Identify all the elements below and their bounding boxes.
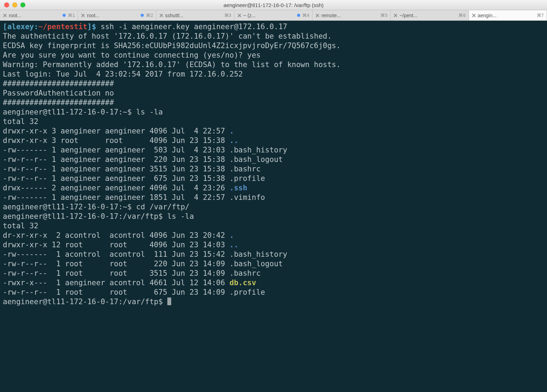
remote-prompt: aengineer@tl11-172-16-0-17:~$ — [3, 108, 136, 116]
titlebar: aengineer@tl11-172-16-0-17: /var/ftp (ss… — [0, 0, 547, 10]
ls-name: db.csv — [230, 279, 256, 287]
terminal-line: -rw-r--r-- 1 aengineer aengineer 675 Jun… — [3, 174, 544, 183]
tab-3[interactable]: sshuttl...⌘3 — [156, 10, 234, 20]
ls-name: .bashrc — [230, 165, 261, 173]
close-icon[interactable] — [4, 2, 9, 7]
tab-label: ~ (z... — [243, 13, 296, 18]
terminal-line: aengineer@tl11-172-16-0-17:/var/ftp$ ls … — [3, 212, 544, 221]
tabbar: root...⌘1root...⌘2sshuttl...⌘3~ (z...⌘4r… — [0, 10, 547, 21]
terminal-line: total 32 — [3, 117, 544, 126]
tab-label: root... — [9, 13, 61, 18]
tab-7[interactable]: aengin...⌘7 — [469, 10, 547, 20]
terminal-line: -rw-r--r-- 1 root root 3515 Jun 23 14:09… — [3, 269, 544, 278]
terminal-line: dr-xr-xr-x 2 acontrol acontrol 4096 Jun … — [3, 231, 544, 240]
tab-label: ~/pent... — [399, 13, 457, 18]
tab-5[interactable]: remote...⌘5 — [313, 10, 391, 20]
prompt-open: [ — [3, 22, 7, 31]
tab-2[interactable]: root...⌘2 — [78, 10, 156, 20]
terminal-line: aengineer@tl11-172-16-0-17:~$ cd /var/ft… — [3, 202, 544, 212]
tab-shortcut: ⌘2 — [141, 13, 153, 18]
ls-name: .bash_history — [230, 250, 287, 259]
terminal-line: ECDSA key fingerprint is SHA256:eCUUbPi9… — [3, 41, 544, 51]
dirty-dot-icon — [63, 14, 66, 17]
tab-shortcut: ⌘7 — [537, 13, 544, 18]
terminal-line: drwx------ 2 aengineer aengineer 4096 Ju… — [3, 183, 544, 193]
tab-4[interactable]: ~ (z...⌘4 — [234, 10, 313, 20]
dirty-dot-icon — [297, 14, 300, 17]
prompt-path: ~/pentestit — [38, 22, 87, 31]
terminal-line: -rw------- 1 acontrol acontrol 111 Jun 2… — [3, 250, 544, 259]
shell-command: ls -la — [167, 212, 194, 221]
terminal-line: drwxr-xr-x 3 root root 4096 Jun 23 15:38… — [3, 136, 544, 145]
terminal-line: -rw-r--r-- 1 root root 220 Jun 23 14:09 … — [3, 259, 544, 269]
terminal-line: Last login: Tue Jul 4 23:02:54 2017 from… — [3, 70, 544, 79]
terminal-line: ######################### — [3, 79, 544, 89]
close-tab-icon[interactable] — [159, 13, 163, 18]
window-title: aengineer@tl11-172-16-0-17: /var/ftp (ss… — [0, 2, 547, 8]
tab-label: aengin... — [478, 13, 535, 18]
terminal-line: aengineer@tl11-172-16-0-17:/var/ftp$ — [3, 297, 544, 307]
terminal-line: drwxr-xr-x 3 aengineer aengineer 4096 Ju… — [3, 126, 544, 136]
terminal-line: Are you sure you want to continue connec… — [3, 51, 544, 60]
close-tab-icon[interactable] — [81, 13, 85, 18]
terminal[interactable]: [alexey:~/pentestit]$ ssh -i aengineer.k… — [0, 21, 547, 308]
terminal-line: -rw-r--r-- 1 aengineer aengineer 3515 Ju… — [3, 164, 544, 174]
terminal-line: ######################### — [3, 98, 544, 107]
window-controls — [0, 2, 25, 7]
close-tab-icon[interactable] — [315, 13, 320, 18]
close-tab-icon[interactable] — [237, 13, 242, 18]
terminal-line: -rw------- 1 aengineer aengineer 503 Jul… — [3, 145, 544, 155]
terminal-line: -rw-r--r-- 1 aengineer aengineer 220 Jun… — [3, 155, 544, 164]
ls-name: .. — [230, 136, 238, 145]
ls-name: .ssh — [230, 184, 247, 192]
ls-name: .bashrc — [230, 269, 261, 277]
dirty-dot-icon — [141, 14, 144, 17]
ls-name: .profile — [230, 288, 265, 296]
terminal-line: Warning: Permanently added '172.16.0.17'… — [3, 60, 544, 70]
terminal-line: -rwxr-x--- 1 aengineer acontrol 4661 Jul… — [3, 278, 544, 288]
minimize-icon[interactable] — [12, 2, 17, 7]
ls-name: .bash_history — [230, 146, 287, 154]
cursor — [167, 298, 171, 305]
prompt-user: alexey — [7, 22, 34, 31]
terminal-line: aengineer@tl11-172-16-0-17:~$ ls -la — [3, 107, 544, 117]
tab-label: root... — [87, 13, 139, 18]
close-tab-icon[interactable] — [472, 13, 476, 18]
maximize-icon[interactable] — [20, 2, 25, 7]
terminal-line: [alexey:~/pentestit]$ ssh -i aengineer.k… — [3, 22, 544, 32]
ls-name: .bash_logout — [230, 260, 283, 268]
shell-command: ssh -i aengineer.key aengineer@172.16.0.… — [101, 22, 287, 31]
close-tab-icon[interactable] — [3, 13, 7, 18]
ls-name: .. — [230, 241, 238, 249]
terminal-line: PasswordAuthentication no — [3, 89, 544, 98]
tab-label: remote... — [321, 13, 379, 18]
shell-command: ls -la — [136, 108, 163, 116]
close-tab-icon[interactable] — [393, 13, 398, 18]
tab-shortcut: ⌘6 — [458, 13, 465, 18]
ls-name: .profile — [230, 174, 265, 183]
terminal-line: drwxr-xr-x 12 root root 4096 Jun 23 14:0… — [3, 240, 544, 250]
remote-prompt: aengineer@tl11-172-16-0-17:/var/ftp$ — [3, 212, 167, 221]
tab-shortcut: ⌘3 — [224, 13, 231, 18]
remote-prompt: aengineer@tl11-172-16-0-17:/var/ftp$ — [3, 298, 167, 306]
tab-shortcut: ⌘4 — [297, 13, 309, 18]
terminal-line: The authenticity of host '172.16.0.17 (1… — [3, 32, 544, 41]
ls-name: . — [230, 231, 234, 240]
terminal-line: -rw-r--r-- 1 root root 675 Jun 23 14:09 … — [3, 288, 544, 297]
terminal-line: total 32 — [3, 221, 544, 231]
ls-name: .viminfo — [230, 193, 265, 202]
ls-name: .bash_logout — [230, 155, 283, 164]
tab-label: sshuttl... — [165, 13, 223, 18]
tab-1[interactable]: root...⌘1 — [0, 10, 78, 20]
tab-shortcut: ⌘1 — [63, 13, 75, 18]
tab-shortcut: ⌘5 — [380, 13, 387, 18]
terminal-line: -rw------- 1 aengineer aengineer 1851 Ju… — [3, 193, 544, 202]
tab-6[interactable]: ~/pent...⌘6 — [391, 10, 469, 20]
ls-name: . — [230, 127, 234, 135]
shell-command: cd /var/ftp/ — [136, 203, 189, 211]
remote-prompt: aengineer@tl11-172-16-0-17:~$ — [3, 203, 136, 211]
